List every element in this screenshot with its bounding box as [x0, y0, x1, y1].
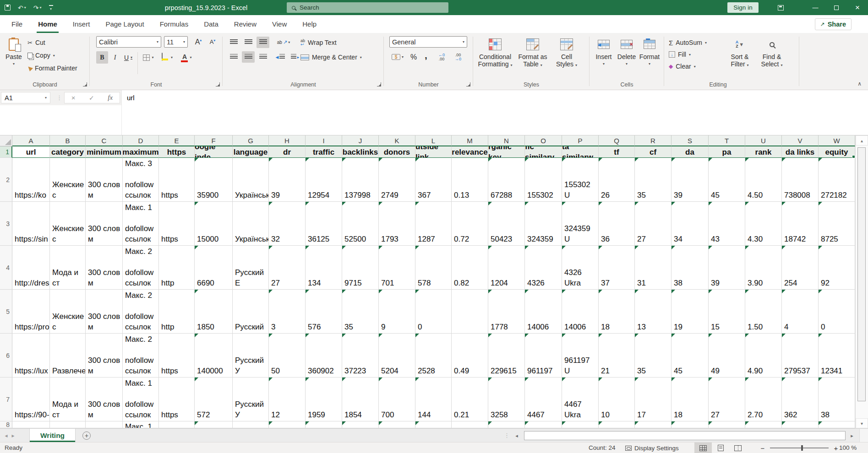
fill-handle[interactable]	[852, 155, 855, 158]
tab-file[interactable]: File	[4, 15, 30, 33]
cell-N1[interactable]: rganic key	[488, 146, 525, 158]
paste-button[interactable]: Paste ▾	[3, 36, 25, 68]
column-header-W[interactable]: W	[819, 135, 855, 146]
cell-P7[interactable]: 4467 Ukra	[562, 378, 599, 421]
cell-A1[interactable]: url	[12, 146, 50, 158]
tab-home[interactable]: Home	[30, 15, 65, 33]
cell-T7[interactable]: 27	[709, 378, 745, 421]
cell-V2[interactable]: 738008	[782, 158, 819, 202]
cell-T8[interactable]	[709, 421, 745, 428]
tab-bar-splitter[interactable]: ⋮	[504, 432, 510, 439]
cell-D2[interactable]: Макс. 3 nofollow ссылок	[123, 158, 159, 202]
column-header-S[interactable]: S	[671, 135, 709, 146]
percent-style-button[interactable]: %	[408, 51, 420, 63]
cell-S5[interactable]: 19	[671, 290, 709, 334]
merge-center-button[interactable]: Merge & Center▾	[300, 51, 362, 63]
ribbon-display-options-button[interactable]	[770, 0, 791, 15]
cell-S8[interactable]	[671, 421, 709, 428]
row-header-3[interactable]: 3	[0, 202, 12, 246]
cell-D4[interactable]: Макс. 2 dofollow ссылок	[123, 246, 159, 290]
cell-R8[interactable]	[635, 421, 671, 428]
cell-J4[interactable]: 9715	[342, 246, 379, 290]
row-header-8[interactable]: 8	[0, 421, 12, 428]
cell-H5[interactable]: 3	[269, 290, 306, 334]
cell-A2[interactable]: https://ko	[12, 158, 50, 202]
cell-I5[interactable]: 576	[306, 290, 342, 334]
cell-D7[interactable]: Макс. 1 dofollow ссылок	[123, 378, 159, 421]
cell-E3[interactable]: https	[159, 202, 195, 246]
column-header-Q[interactable]: Q	[599, 135, 635, 146]
cell-E6[interactable]: https	[159, 334, 195, 378]
fill-color-button[interactable]: ▾	[158, 51, 176, 64]
column-header-D[interactable]: D	[123, 135, 159, 146]
cell-J3[interactable]: 52500	[342, 202, 379, 246]
cell-W8[interactable]	[819, 421, 855, 428]
cell-O5[interactable]: 14006	[525, 290, 562, 334]
cell-O1[interactable]: fic similarv	[525, 146, 562, 158]
tab-view[interactable]: View	[264, 15, 295, 33]
cell-C7[interactable]: 300 слов м	[86, 378, 123, 421]
cell-O6[interactable]: 961197	[525, 334, 562, 378]
tab-formulas[interactable]: Formulas	[152, 15, 197, 33]
cell-J1[interactable]: backlinks	[342, 146, 379, 158]
cell-G5[interactable]: Русский	[233, 290, 269, 334]
cell-L6[interactable]: 2528	[415, 334, 452, 378]
column-header-N[interactable]: N	[488, 135, 525, 146]
cell-D3[interactable]: Макс. 1 dofollow ссылок	[123, 202, 159, 246]
cell-O4[interactable]: 4326	[525, 246, 562, 290]
column-header-G[interactable]: G	[233, 135, 269, 146]
cell-H7[interactable]: 12	[269, 378, 306, 421]
cell-A7[interactable]: https://90-	[12, 378, 50, 421]
cell-T5[interactable]: 15	[709, 290, 745, 334]
cell-K6[interactable]: 5204	[379, 334, 415, 378]
cell-C6[interactable]: 300 слов м	[86, 334, 123, 378]
cell-M5[interactable]	[452, 290, 488, 334]
align-right-button[interactable]	[257, 51, 269, 63]
vertical-scrollbar[interactable]: ▴ ▾	[855, 135, 868, 428]
cell-B7[interactable]: Мода и ст	[50, 378, 86, 421]
cell-R3[interactable]: 27	[635, 202, 671, 246]
cell-K3[interactable]: 1793	[379, 202, 415, 246]
cell-O8[interactable]	[525, 421, 562, 428]
cell-E8[interactable]	[159, 421, 195, 428]
cell-B2[interactable]: Женские с	[50, 158, 86, 202]
cell-V4[interactable]: 254	[782, 246, 819, 290]
comma-style-button[interactable]: ,	[420, 51, 431, 63]
cell-R5[interactable]: 13	[635, 290, 671, 334]
tab-review[interactable]: Review	[226, 15, 264, 33]
cell-U5[interactable]: 1.50	[745, 290, 782, 334]
cell-R7[interactable]: 17	[635, 378, 671, 421]
cell-H8[interactable]	[269, 421, 306, 428]
new-sheet-button[interactable]: +	[82, 431, 91, 440]
cell-F4[interactable]: 6690	[195, 246, 233, 290]
align-left-button[interactable]	[227, 51, 240, 63]
normal-view-button[interactable]	[694, 442, 712, 453]
cell-I8[interactable]	[306, 421, 342, 428]
cell-J2[interactable]: 137998	[342, 158, 379, 202]
column-header-H[interactable]: H	[269, 135, 306, 146]
cell-P2[interactable]: 155302 U	[562, 158, 599, 202]
find-select-button[interactable]: Find & Select ▾	[757, 36, 787, 69]
cell-T6[interactable]: 49	[709, 334, 745, 378]
cell-I3[interactable]: 36125	[306, 202, 342, 246]
tab-page-layout[interactable]: Page Layout	[98, 15, 152, 33]
cell-O7[interactable]: 4467	[525, 378, 562, 421]
cell-A4[interactable]: http://dres	[12, 246, 50, 290]
cell-K2[interactable]: 2749	[379, 158, 415, 202]
cell-S2[interactable]: 39	[671, 158, 709, 202]
name-box[interactable]: A1▾	[1, 92, 50, 103]
cell-I2[interactable]: 12954	[306, 158, 342, 202]
cell-Q6[interactable]: 21	[599, 334, 635, 378]
cell-W6[interactable]: 12341	[819, 334, 855, 378]
cell-S1[interactable]: da	[671, 146, 709, 158]
cell-C4[interactable]: 300 слов м	[86, 246, 123, 290]
font-dialog-launcher[interactable]	[216, 82, 220, 86]
cell-U6[interactable]: 4.90	[745, 334, 782, 378]
align-center-button[interactable]	[242, 51, 255, 63]
display-settings-button[interactable]: Display Settings	[625, 442, 679, 453]
cell-S4[interactable]: 38	[671, 246, 709, 290]
cell-R2[interactable]: 35	[635, 158, 671, 202]
search-box[interactable]: Search	[287, 2, 448, 13]
sort-filter-button[interactable]: AZ▼ Sort & Filter ▾	[726, 36, 754, 69]
collapse-ribbon-button[interactable]: ∧	[857, 81, 862, 87]
